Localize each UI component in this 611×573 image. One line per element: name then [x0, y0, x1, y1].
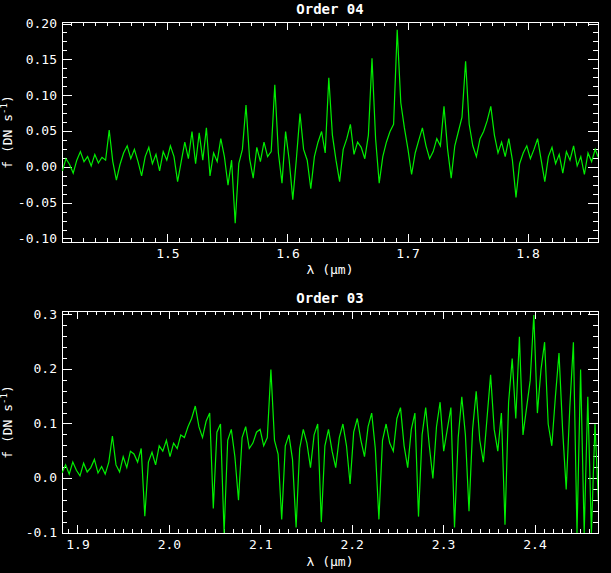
spectra-figure: 1.51.61.71.8-0.10-0.050.000.050.100.150.… — [0, 0, 611, 573]
plot-box — [62, 22, 598, 242]
x-tick-label: 2.4 — [523, 537, 547, 552]
spectrum-trace-1 — [62, 315, 599, 533]
panel2-y-label-superscript: -1 — [0, 393, 9, 404]
plot-box — [62, 311, 598, 533]
panel2-y-axis-label: f (DN s-1) — [0, 385, 15, 458]
data-layer — [62, 30, 599, 533]
y-tick-label: -0.05 — [18, 195, 57, 210]
y-tick-label: 0.0 — [34, 470, 57, 485]
y-tick-label: 0.15 — [26, 52, 57, 67]
panel2-title: Order 03 — [296, 290, 363, 306]
y-tick-label: -0.10 — [18, 231, 57, 246]
x-tick-label: 1.8 — [516, 246, 539, 261]
panel1-y-label-close: ) — [0, 95, 15, 103]
panel1-y-label-superscript: -1 — [0, 103, 9, 114]
panel2-y-label-main: f (DN s — [0, 404, 15, 459]
y-tick-label: 0.00 — [26, 159, 57, 174]
x-tick-label: 2.2 — [340, 537, 363, 552]
panel2-x-axis-label: λ (μm) — [307, 554, 354, 569]
panel1-x-axis-label: λ (μm) — [307, 262, 354, 277]
panel2-y-label-close: ) — [0, 385, 15, 393]
panel1-y-label-main: f (DN s — [0, 114, 15, 169]
x-tick-label: 1.5 — [156, 246, 179, 261]
x-tick-label: 1.6 — [276, 246, 299, 261]
x-tick-label: 1.7 — [396, 246, 419, 261]
panel-1-axes: 1.92.02.12.22.32.4-0.10.00.10.20.3 — [26, 307, 598, 552]
panel1-title: Order 04 — [296, 1, 363, 17]
spectra-plot-canvas: 1.51.61.71.8-0.10-0.050.000.050.100.150.… — [0, 0, 611, 573]
panel-0-axes: 1.51.61.71.8-0.10-0.050.000.050.100.150.… — [18, 16, 598, 261]
y-tick-label: -0.1 — [26, 525, 57, 540]
y-tick-label: 0.2 — [34, 361, 57, 376]
spectrum-trace-0 — [62, 30, 598, 224]
panel1-y-axis-label: f (DN s-1) — [0, 95, 15, 168]
y-tick-label: 0.3 — [34, 307, 57, 322]
y-tick-label: 0.20 — [26, 16, 57, 31]
x-tick-label: 2.1 — [249, 537, 272, 552]
x-tick-label: 1.9 — [66, 537, 89, 552]
y-tick-label: 0.1 — [34, 416, 57, 431]
y-tick-label: 0.05 — [26, 123, 57, 138]
axes-layer: 1.51.61.71.8-0.10-0.050.000.050.100.150.… — [18, 16, 598, 552]
y-tick-label: 0.10 — [26, 88, 57, 103]
x-tick-label: 2.3 — [432, 537, 455, 552]
x-tick-label: 2.0 — [158, 537, 181, 552]
